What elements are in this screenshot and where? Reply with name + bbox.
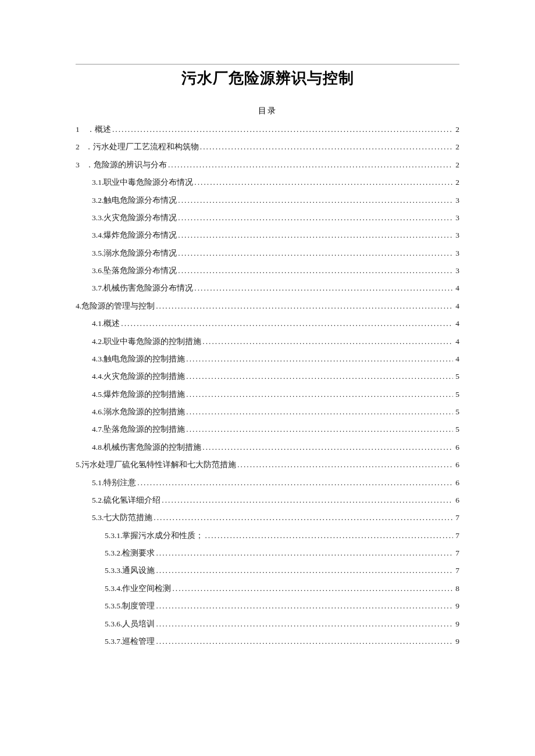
toc-entry[interactable]: 4.危险源的管理与控制4 [76,298,459,315]
toc-separator: ． [85,138,93,156]
toc-label: 1.掌握污水成分和性质； [116,527,204,544]
toc-entry[interactable]: 3.6.坠落危险源分布情况 3 [76,262,459,280]
toc-leader-dots [204,527,453,544]
toc-entry[interactable]: 1．概述2 [76,121,459,138]
toc-label: 职业中毒危险源的控制措施 [104,333,201,350]
toc-number: 4.5. [92,386,104,403]
toc-number: 3.6. [92,262,104,280]
toc-label: 触电危险源分布情况 [104,192,177,209]
toc-entry[interactable]: 4.7.坠落危险源的控制措施 5 [76,421,459,438]
toc-label: 概述 [95,121,111,138]
toc-entry[interactable]: 4.3.触电危险源的控制措施 4 [76,350,459,368]
toc-number: 5.2. [92,492,104,509]
toc-entry[interactable]: 3．危险源的辨识与分布2 [76,156,459,174]
toc-leader-dots [193,280,453,297]
toc-page: 9 [453,597,459,615]
toc-entry[interactable]: 5.3.6. 人员培训 9 [76,615,459,633]
toc-entry[interactable]: 4.6.溺水危险源的控制措施 5 [76,403,459,421]
toc-number: 3.4. [92,227,104,244]
toc-label: 污水处理厂硫化氢特性详解和七大防范措施 [81,456,236,474]
toc-leader-dots [177,192,453,209]
toc-page: 2 [453,138,459,156]
toc-leader-dots [185,386,453,403]
toc-leader-dots [155,544,453,562]
toc-number: 4.1. [92,315,104,332]
toc-entry[interactable]: 5.3.2. 检测要求 7 [76,544,459,562]
toc-leader-dots [193,174,453,191]
header-divider [76,64,459,65]
toc-number: 3.7. [92,280,104,297]
toc-leader-dots [155,615,453,633]
toc-number: 5.3.4. [105,580,122,597]
toc-entry[interactable]: 5.2. 硫化氢详细介绍 6 [76,492,459,509]
toc-page: 2 [453,156,459,174]
toc-entry[interactable]: 3.4.爆炸危险源分布情况 3 [76,227,459,244]
toc-entry[interactable]: 5.3.3.通风设施 7 [76,562,459,579]
toc-number: 3.3. [92,209,104,227]
toc-page: 5 [453,403,459,421]
toc-number: 5.3.6. [105,615,122,633]
toc-leader-dots [201,333,453,350]
toc-label: 溺水危险源分布情况 [104,245,177,262]
toc-label: 机械伤害危险源分布情况 [104,280,193,297]
toc-entry[interactable]: 5.3. 1.掌握污水成分和性质； 7 [76,527,459,544]
toc-entry[interactable]: 2．污水处理厂工艺流程和构筑物2 [76,138,459,156]
toc-entry[interactable]: 3.2.触电危险源分布情况 3 [76,192,459,209]
toc-entry[interactable]: 3.3.火灾危险源分布情况 3 [76,209,459,227]
toc-page: 4 [453,315,459,332]
toc-number: 5.3.5. [105,597,122,615]
toc-leader-dots [177,227,453,244]
toc-label: 制度管理 [122,597,155,615]
toc-entry[interactable]: 3.1.职业中毒危险源分布情况 2 [76,174,459,191]
toc-label: 爆炸危险源分布情况 [104,227,177,244]
toc-entry[interactable]: 4. 8.机械伤害危险源的控制措施 6 [76,439,459,456]
toc-leader-dots [185,350,453,368]
toc-page: 3 [453,245,459,262]
toc-entry[interactable]: 4.4.火灾危险源的控制措施 5 [76,368,459,385]
toc-number: 5. [92,509,98,526]
toc-page: 5 [453,421,459,438]
toc-number: 5.3. [105,527,116,544]
toc-number: 4.3. [92,350,104,368]
toc-page: 4 [453,298,459,315]
toc-entry[interactable]: 5. 3.七大防范措施 7 [76,509,459,526]
toc-page: 4 [453,280,459,297]
toc-label: 作业空间检测 [122,580,171,597]
toc-page: 7 [453,509,459,526]
toc-leader-dots [167,156,453,174]
toc-leader-dots [111,121,453,138]
document-title: 污水厂危险源辨识与控制 [76,68,459,88]
toc-number: 5. [92,474,98,492]
toc-number: 4.6. [92,403,104,421]
toc-number: 5. [76,456,81,474]
toc-entry[interactable]: 3.7.机械伤害危险源分布情况 4 [76,280,459,297]
toc-number: 3.5. [92,245,104,262]
toc-label: 巡检管理 [122,633,155,650]
toc-page: 2 [453,121,459,138]
toc-label: 1.特别注意 [98,474,136,492]
toc-page: 3 [453,227,459,244]
toc-entry[interactable]: 4.5.爆炸危险源的控制措施 5 [76,386,459,403]
toc-entry[interactable]: 5.3.4.作业空间检测 8 [76,580,459,597]
toc-leader-dots [185,403,453,421]
toc-leader-dots [155,562,453,579]
toc-entry[interactable]: 3.5.溺水危险源分布情况 3 [76,245,459,262]
toc-entry[interactable]: 5.污水处理厂硫化氢特性详解和七大防范措施6 [76,456,459,474]
toc-label: 污水处理厂工艺流程和构筑物 [93,138,199,156]
toc-label: 坠落危险源分布情况 [104,262,177,280]
toc-page: 5 [453,368,459,385]
toc-label: 危险源的辨识与分布 [94,156,167,174]
toc-leader-dots [155,633,453,650]
toc-page: 5 [453,386,459,403]
toc-entry[interactable]: 5. 1.特别注意 6 [76,474,459,492]
toc-entry[interactable]: 4.2.职业中毒危险源的控制措施 4 [76,333,459,350]
toc-label: 爆炸危险源的控制措施 [104,386,185,403]
toc-page: 6 [453,456,459,474]
toc-entry[interactable]: 5.3.5.制度管理 9 [76,597,459,615]
toc-label: 火灾危险源的控制措施 [104,368,185,385]
toc-page: 2 [453,174,459,191]
toc-entry[interactable]: 5.3.7. 巡检管理 9 [76,633,459,650]
toc-entry[interactable]: 4.1.概述 4 [76,315,459,332]
toc-leader-dots [177,245,453,262]
toc-number: 4.2. [92,333,104,350]
